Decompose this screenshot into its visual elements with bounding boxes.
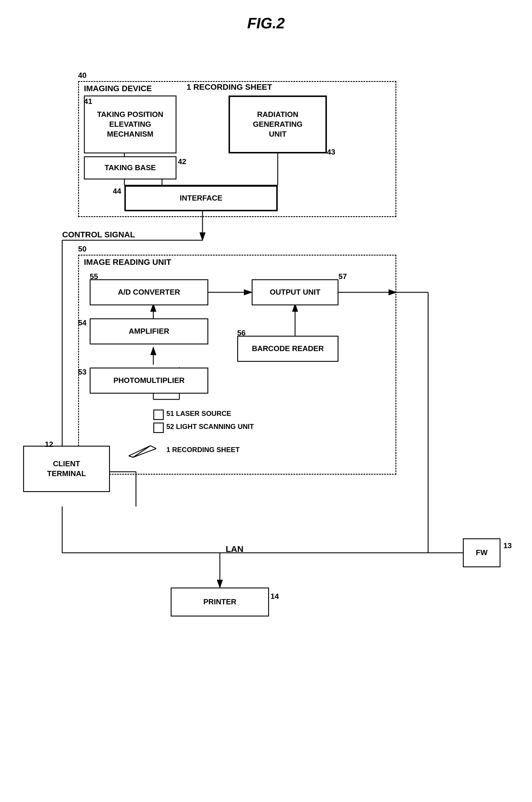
ad-converter-box: A/D CONVERTER bbox=[90, 279, 208, 305]
ref-53: 53 bbox=[78, 368, 87, 376]
amplifier-box: AMPLIFIER bbox=[90, 318, 208, 344]
ref-14: 14 bbox=[270, 592, 279, 601]
interface-box: INTERFACE bbox=[125, 185, 278, 211]
ref-43: 43 bbox=[327, 148, 335, 156]
imaging-device-label: IMAGING DEVICE bbox=[84, 84, 152, 93]
client-terminal-box: CLIENTTERMINAL bbox=[23, 446, 110, 492]
taking-base-box: TAKING BASE bbox=[84, 156, 176, 180]
svg-line-31 bbox=[150, 446, 156, 449]
light-scanning-label: 52 LIGHT SCANNING UNIT bbox=[166, 423, 254, 431]
laser-source-label: 51 LASER SOURCE bbox=[166, 410, 231, 418]
ref-40: 40 bbox=[78, 71, 87, 80]
ref-13: 13 bbox=[504, 541, 512, 550]
ref-56: 56 bbox=[237, 329, 246, 337]
printer-box: PRINTER bbox=[171, 587, 269, 616]
photomultiplier-box: PHOTOMULTIPLIER bbox=[90, 368, 208, 394]
recording-sheet-bottom-label: 1 RECORDING SHEET bbox=[166, 446, 240, 454]
laser-source-box bbox=[153, 410, 164, 420]
lan-label: LAN bbox=[226, 544, 244, 554]
ref-50: 50 bbox=[78, 245, 87, 254]
image-reading-unit-label: IMAGE READING UNIT bbox=[84, 258, 171, 267]
ref-44: 44 bbox=[113, 187, 121, 195]
ref-12: 12 bbox=[45, 440, 53, 449]
output-unit-box: OUTPUT UNIT bbox=[252, 279, 339, 305]
barcode-reader-box: BARCODE READER bbox=[237, 336, 339, 362]
ref-42: 42 bbox=[178, 157, 186, 166]
taking-position-box: TAKING POSITIONELEVATINGMECHANISM bbox=[84, 95, 176, 153]
radiation-gen-box: RADIATIONGENERATINGUNIT bbox=[229, 95, 327, 153]
page-title: FIG.2 bbox=[0, 0, 532, 32]
fw-box: FW bbox=[463, 538, 500, 567]
ref-54: 54 bbox=[78, 318, 87, 327]
control-signal-label: CONTROL SIGNAL bbox=[62, 230, 135, 239]
recording-sheet-top-label: 1 RECORDING SHEET bbox=[187, 82, 272, 92]
ref-55: 55 bbox=[90, 272, 98, 281]
ref-41: 41 bbox=[84, 97, 92, 106]
svg-line-29 bbox=[129, 446, 150, 456]
ref-57: 57 bbox=[339, 272, 347, 281]
svg-line-30 bbox=[129, 456, 133, 457]
light-scanning-box bbox=[153, 423, 164, 433]
